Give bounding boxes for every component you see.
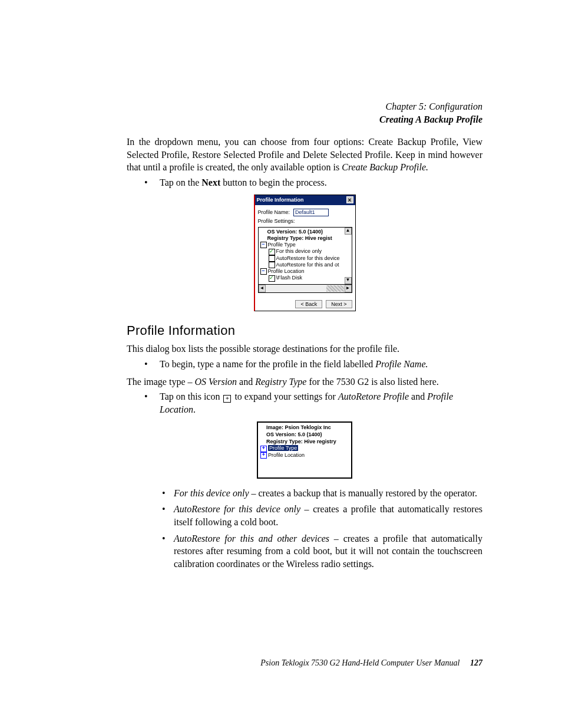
checkbox-checked-icon[interactable] xyxy=(269,275,275,282)
tree-line: OS Version: 5.0 (1400) xyxy=(266,431,322,437)
intro-paragraph: In the dropdown menu, you can choose fro… xyxy=(127,136,482,174)
section-title: Creating A Backup Profile xyxy=(379,113,482,126)
tree-line: \Flash Disk xyxy=(276,275,303,281)
dialog-title: Profile Information xyxy=(257,196,304,203)
tree-line: For this device only xyxy=(276,248,322,254)
expand-icon[interactable]: + xyxy=(260,446,267,452)
text: Registry Type xyxy=(255,377,306,387)
close-icon[interactable]: × xyxy=(346,196,353,203)
tree-line[interactable]: Profile Location xyxy=(268,452,305,458)
settings-tree-small: Image: Psion Teklogix Inc OS Version: 5.… xyxy=(257,421,352,478)
figure-dialog: Profile Information × Profile Name: Prof… xyxy=(127,195,482,311)
tree-line: Image: Psion Teklogix Inc xyxy=(266,424,331,430)
text: – creates a backup that is manually rest… xyxy=(249,488,477,498)
text: Create Backup Profile. xyxy=(342,162,428,172)
scroll-down-icon[interactable]: ▼ xyxy=(345,277,352,284)
text: Next xyxy=(201,177,220,187)
expand-icon: + xyxy=(223,395,231,403)
bullet-item: To begin, type a name for the profile in… xyxy=(127,358,482,371)
tree-line: OS Version: 5.0 (1400) xyxy=(267,229,323,235)
scroll-left-icon[interactable]: ◄ xyxy=(259,285,266,292)
page-content: In the dropdown menu, you can choose fro… xyxy=(127,136,482,570)
figure-tree: Image: Psion Teklogix Inc OS Version: 5.… xyxy=(127,421,482,478)
tree-line: Profile Type xyxy=(268,242,296,248)
tree-line: Registry Type: Hive regist xyxy=(267,235,332,241)
paragraph: This dialog box lists the possible stora… xyxy=(127,342,482,355)
text: AutoRetore Profile xyxy=(338,391,409,401)
tree-line-selected[interactable]: Profile Type xyxy=(268,445,298,451)
section-heading: Profile Information xyxy=(127,322,482,340)
text: button to begin the process. xyxy=(220,177,326,187)
option-item: AutoRestore for this and other devices –… xyxy=(127,532,482,571)
option-item: For this device only – creates a backup … xyxy=(127,487,482,500)
tree-line: AutoRestore for this device xyxy=(276,255,340,261)
text: AutoRestore for this and other devices xyxy=(174,533,329,543)
text: In the dropdown menu, you can choose fro… xyxy=(127,137,482,172)
text: and xyxy=(409,391,427,401)
profile-information-dialog: Profile Information × Profile Name: Prof… xyxy=(254,195,356,311)
footer-text: Psion Teklogix 7530 G2 Hand-Held Compute… xyxy=(260,658,459,667)
page-header: Chapter 5: Configuration Creating A Back… xyxy=(379,100,482,126)
checkbox-icon[interactable] xyxy=(269,255,275,262)
option-item: AutoRestore for this device only – creat… xyxy=(127,503,482,528)
collapse-icon[interactable]: − xyxy=(260,242,267,248)
scrollbar-thumb[interactable] xyxy=(326,285,344,292)
profile-name-label: Profile Name: xyxy=(258,209,290,216)
collapse-icon[interactable]: − xyxy=(260,268,267,275)
expand-icon[interactable]: + xyxy=(260,452,267,459)
document-page: Chapter 5: Configuration Creating A Back… xyxy=(0,0,562,728)
next-button[interactable]: Next > xyxy=(326,300,352,308)
bullet-item: Tap on the Next button to begin the proc… xyxy=(127,176,482,189)
dialog-body: Profile Name: Profile Settings: ▲ ▼ OS V… xyxy=(255,205,355,311)
scroll-right-icon[interactable]: ► xyxy=(345,285,352,292)
tree-line: AutoRestore for this and ot xyxy=(276,262,339,268)
page-number: 127 xyxy=(470,658,482,667)
text: and xyxy=(237,377,255,387)
tree-line: Profile Location xyxy=(268,268,305,274)
settings-tree[interactable]: ▲ ▼ OS Version: 5.0 (1400) Registry Type… xyxy=(258,227,352,285)
text: Tap on this icon xyxy=(160,391,222,401)
text: AutoRestore for this device only xyxy=(174,504,300,514)
page-footer: Psion Teklogix 7530 G2 Hand-Held Compute… xyxy=(127,658,482,669)
profile-name-input[interactable] xyxy=(293,209,329,216)
chapter-label: Chapter 5: Configuration xyxy=(379,100,482,113)
text: For this device only xyxy=(174,488,249,498)
text: To begin, type a name for the profile in… xyxy=(160,359,375,369)
profile-settings-label: Profile Settings: xyxy=(258,218,295,225)
bullet-item: Tap on this icon + to expand your settin… xyxy=(127,390,482,416)
text: to expand your settings for xyxy=(232,391,338,401)
text: Tap on the xyxy=(160,177,201,187)
text: for the 7530 G2 is also listed here. xyxy=(306,377,438,387)
tree-line: Registry Type: Hive registry xyxy=(266,439,336,444)
text: Profile Name. xyxy=(375,359,428,369)
dialog-titlebar[interactable]: Profile Information × xyxy=(255,195,355,205)
checkbox-icon[interactable] xyxy=(269,262,275,268)
text: The image type – xyxy=(127,377,195,387)
paragraph: The image type – OS Version and Registry… xyxy=(127,375,482,388)
scroll-up-icon[interactable]: ▲ xyxy=(345,228,352,235)
checkbox-checked-icon[interactable] xyxy=(269,249,275,255)
text: OS Version xyxy=(195,377,237,387)
back-button[interactable]: < Back xyxy=(295,300,322,308)
horizontal-scrollbar[interactable]: ◄ ► xyxy=(258,285,352,293)
text: . xyxy=(193,404,196,414)
